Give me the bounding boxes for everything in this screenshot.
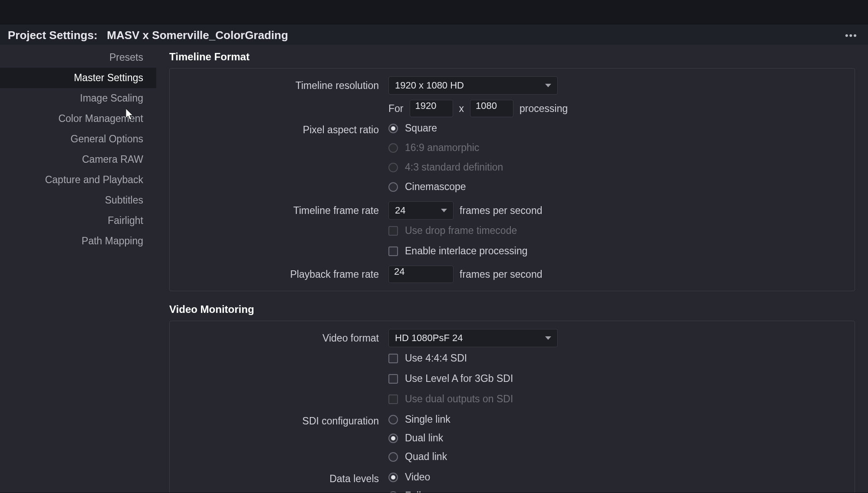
sidebar-item-path-mapping[interactable]: Path Mapping — [0, 231, 156, 251]
input-playback-framerate[interactable]: 24 — [388, 266, 454, 283]
radio-par-square[interactable] — [388, 124, 398, 133]
x-label: x — [459, 103, 464, 115]
settings-sidebar: Presets Master Settings Image Scaling Co… — [0, 45, 156, 493]
radio-label-sdi-dual: Dual link — [405, 432, 443, 444]
label-playback-framerate: Playback frame rate — [180, 269, 388, 280]
section-title-timeline-format: Timeline Format — [169, 51, 855, 63]
sidebar-item-camera-raw[interactable]: Camera RAW — [0, 149, 156, 170]
radio-par-43 — [388, 163, 398, 172]
input-width[interactable]: 1920 — [410, 100, 453, 117]
radio-data-full[interactable] — [388, 491, 398, 493]
chevron-down-icon — [545, 84, 551, 87]
fps-suffix: frames per second — [460, 205, 542, 217]
radio-label-43: 4:3 standard definition — [405, 161, 503, 173]
checkbox-level-a[interactable] — [388, 374, 398, 384]
select-video-format[interactable]: HD 1080PsF 24 — [388, 329, 558, 347]
label-video-format: Video format — [180, 332, 388, 344]
checkbox-dual-outputs — [388, 394, 398, 404]
section-title-video-monitoring: Video Monitoring — [169, 303, 855, 316]
input-height[interactable]: 1080 — [470, 100, 513, 117]
fps-suffix: frames per second — [460, 269, 542, 280]
radio-par-169 — [388, 143, 398, 153]
radio-label-data-video: Video — [405, 471, 430, 483]
chevron-down-icon — [441, 209, 447, 212]
radio-label-sdi-quad: Quad link — [405, 451, 447, 463]
radio-sdi-single[interactable] — [388, 415, 398, 424]
project-name: MASV x Somerville_ColorGrading — [107, 29, 288, 42]
radio-label-data-full: Full — [405, 490, 421, 493]
select-timeline-resolution[interactable]: 1920 x 1080 HD — [388, 76, 558, 95]
radio-par-cinemascope[interactable] — [388, 182, 398, 192]
for-label: For — [388, 103, 404, 115]
panel-timeline-format: Timeline resolution 1920 x 1080 HD For 1… — [169, 68, 855, 291]
dialog-body: Presets Master Settings Image Scaling Co… — [0, 45, 868, 493]
chevron-down-icon — [545, 336, 551, 340]
sidebar-item-presets[interactable]: Presets — [0, 47, 156, 68]
radio-label-169: 16:9 anamorphic — [405, 142, 479, 154]
checkbox-label-dual-outputs: Use dual outputs on SDI — [405, 393, 513, 405]
checkbox-dropframe — [388, 226, 398, 236]
label-timeline-resolution: Timeline resolution — [180, 80, 388, 92]
label-data-levels: Data levels — [180, 471, 388, 485]
sidebar-item-image-scaling[interactable]: Image Scaling — [0, 88, 156, 108]
radio-data-video[interactable] — [388, 473, 398, 482]
dialog-header: Project Settings: MASV x Somerville_Colo… — [0, 24, 868, 45]
sidebar-item-fairlight[interactable]: Fairlight — [0, 210, 156, 231]
options-menu-icon[interactable]: ••• — [845, 30, 860, 41]
label-pixel-aspect-ratio: Pixel aspect ratio — [180, 122, 388, 136]
panel-video-monitoring: Video format HD 1080PsF 24 Use 4:4:4 SDI — [169, 321, 855, 493]
app-topbar — [0, 0, 868, 24]
checkbox-interlace[interactable] — [388, 246, 398, 256]
select-value: 24 — [395, 205, 405, 216]
select-timeline-framerate[interactable]: 24 — [388, 201, 454, 220]
label-timeline-framerate: Timeline frame rate — [180, 205, 388, 217]
sidebar-item-subtitles[interactable]: Subtitles — [0, 190, 156, 210]
select-value: HD 1080PsF 24 — [395, 332, 463, 344]
radio-sdi-dual[interactable] — [388, 434, 398, 443]
checkbox-label-dropframe: Use drop frame timecode — [405, 225, 517, 237]
sidebar-item-general-options[interactable]: General Options — [0, 129, 156, 149]
checkbox-label-interlace: Enable interlace processing — [405, 245, 528, 257]
radio-sdi-quad[interactable] — [388, 452, 398, 462]
label-sdi-configuration: SDI configuration — [180, 414, 388, 427]
checkbox-444-sdi[interactable] — [388, 354, 398, 363]
sidebar-item-master-settings[interactable]: Master Settings — [0, 68, 156, 88]
radio-label-sdi-single: Single link — [405, 414, 450, 425]
checkbox-label-444-sdi: Use 4:4:4 SDI — [405, 352, 467, 364]
radio-label-square: Square — [405, 122, 437, 134]
radio-label-cinemascope: Cinemascope — [405, 181, 466, 193]
processing-label: processing — [519, 103, 568, 115]
dialog-title: Project Settings: MASV x Somerville_Colo… — [8, 29, 288, 42]
select-value: 1920 x 1080 HD — [395, 80, 464, 91]
title-prefix: Project Settings: — [8, 29, 98, 42]
checkbox-label-level-a: Use Level A for 3Gb SDI — [405, 373, 513, 385]
sidebar-item-color-management[interactable]: Color Management — [0, 108, 156, 129]
settings-content: Timeline Format Timeline resolution 1920… — [156, 45, 868, 493]
sidebar-item-capture-playback[interactable]: Capture and Playback — [0, 170, 156, 190]
